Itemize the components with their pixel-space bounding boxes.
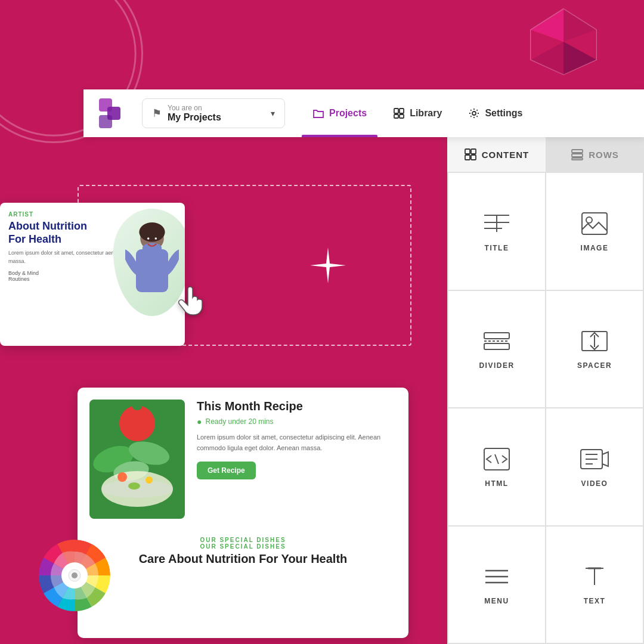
content-item-video[interactable]: VIDEO <box>546 408 643 525</box>
content-item-image[interactable]: IMAGE <box>546 173 643 290</box>
svg-line-59 <box>495 454 499 464</box>
svg-rect-40 <box>465 149 470 154</box>
svg-rect-46 <box>572 158 583 160</box>
svg-rect-17 <box>136 249 168 292</box>
canvas-area: ARTIST About NutritionFor Health Lorem i… <box>0 137 447 644</box>
tab-content[interactable]: CONTENT <box>447 137 546 172</box>
spacer-icon <box>580 328 609 354</box>
html-icon <box>482 446 512 472</box>
content-grid: TITLE IMAGE DIVIDER <box>447 172 644 644</box>
recipe-info: This Month Recipe ● Ready under 20 mins … <box>197 400 397 479</box>
svg-rect-41 <box>471 149 476 154</box>
svg-point-31 <box>132 403 142 410</box>
sparkle-icon <box>310 247 346 289</box>
workspace-selector[interactable]: ⚑ You are on My Projects ▾ <box>142 98 285 128</box>
image-icon <box>580 210 609 237</box>
svg-point-15 <box>472 112 476 115</box>
svg-rect-14 <box>400 114 404 118</box>
preview-card-content: This Month Recipe ● Ready under 20 mins … <box>78 388 408 531</box>
hand-cursor-icon <box>176 280 207 323</box>
svg-rect-53 <box>484 333 509 339</box>
svg-point-21 <box>139 222 165 242</box>
get-recipe-button[interactable]: Get Recipe <box>197 462 256 479</box>
svg-rect-42 <box>465 155 470 160</box>
nav-item-projects[interactable]: Projects <box>302 103 377 124</box>
svg-point-30 <box>119 405 155 441</box>
svg-point-18 <box>143 243 162 253</box>
workspace-text: You are on My Projects <box>168 104 265 123</box>
drag-card-image <box>113 209 185 316</box>
deco-gem <box>525 6 602 78</box>
svg-point-39 <box>128 482 140 490</box>
rows-icon <box>571 148 584 161</box>
svg-point-52 <box>586 217 592 223</box>
menu-icon <box>482 564 512 590</box>
svg-point-22 <box>147 237 150 240</box>
recipe-image <box>89 400 185 519</box>
divider-icon <box>482 328 512 354</box>
text-icon <box>580 564 609 590</box>
svg-rect-11 <box>394 109 398 113</box>
flag-icon: ⚑ <box>152 107 162 120</box>
svg-point-38 <box>145 476 153 484</box>
drag-card[interactable]: ARTIST About NutritionFor Health Lorem i… <box>0 203 185 346</box>
folder-icon <box>312 107 324 119</box>
video-icon <box>580 446 609 472</box>
content-item-text[interactable]: TEXT <box>546 527 643 643</box>
svg-rect-43 <box>471 155 476 160</box>
content-item-menu[interactable]: MENU <box>448 527 545 643</box>
library-icon <box>393 107 405 119</box>
content-item-spacer[interactable]: SPACER <box>546 291 643 408</box>
recipe-badge: ● Ready under 20 mins <box>197 417 397 426</box>
panel-tabs: CONTENT ROWS <box>447 137 644 172</box>
content-item-divider[interactable]: DIVIDER <box>448 291 545 408</box>
chevron-down-icon: ▾ <box>271 109 275 118</box>
drag-card-inner: ARTIST About NutritionFor Health Lorem i… <box>0 203 185 346</box>
right-panel: CONTENT ROWS TITLE <box>447 137 644 644</box>
tab-rows[interactable]: ROWS <box>546 137 644 172</box>
content-item-title[interactable]: TITLE <box>448 173 545 290</box>
preview-card: This Month Recipe ● Ready under 20 mins … <box>78 388 408 638</box>
svg-rect-44 <box>572 150 583 153</box>
svg-rect-45 <box>572 154 583 157</box>
grid-icon <box>464 148 477 161</box>
svg-point-28 <box>72 572 78 578</box>
navbar: ⚑ You are on My Projects ▾ Projects Libr… <box>83 89 644 137</box>
color-wheel <box>36 537 113 614</box>
content-item-html[interactable]: HTML <box>448 408 545 525</box>
logo-icon <box>98 97 130 129</box>
svg-rect-10 <box>99 115 112 128</box>
svg-rect-13 <box>394 114 398 118</box>
preview-bottom: OUR SPECIAL DISHES OUR SPECIAL DISHES Ca… <box>78 531 408 572</box>
title-icon <box>482 210 512 237</box>
svg-rect-51 <box>582 213 607 234</box>
gear-icon <box>468 107 480 119</box>
main-area: ARTIST About NutritionFor Health Lorem i… <box>0 137 644 644</box>
svg-point-23 <box>155 237 157 240</box>
svg-point-37 <box>117 472 127 482</box>
svg-rect-54 <box>484 343 509 349</box>
nav-item-settings[interactable]: Settings <box>457 103 533 124</box>
svg-rect-12 <box>400 109 404 113</box>
check-icon: ● <box>197 417 202 426</box>
nav-items: Projects Library Settings <box>302 103 534 124</box>
nav-item-library[interactable]: Library <box>382 103 453 124</box>
